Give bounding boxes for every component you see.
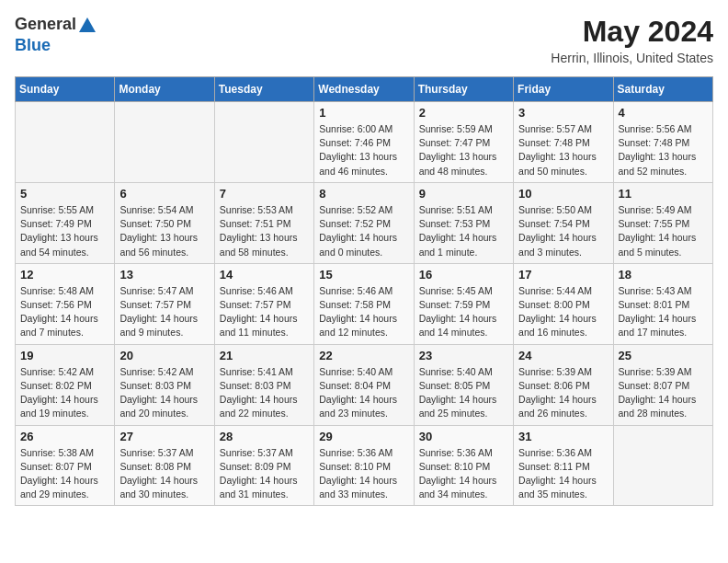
table-row: 4Sunrise: 5:56 AM Sunset: 7:48 PM Daylig… — [613, 102, 712, 183]
day-number: 31 — [518, 430, 608, 443]
day-info: Sunrise: 5:59 AM Sunset: 7:47 PM Dayligh… — [419, 122, 508, 178]
day-number: 17 — [518, 268, 608, 282]
day-info: Sunrise: 5:36 AM Sunset: 8:10 PM Dayligh… — [419, 446, 508, 502]
table-row: 7Sunrise: 5:53 AM Sunset: 7:51 PM Daylig… — [214, 182, 313, 263]
table-row: 3Sunrise: 5:57 AM Sunset: 7:48 PM Daylig… — [514, 102, 613, 183]
day-info: Sunrise: 5:42 AM Sunset: 8:03 PM Dayligh… — [119, 365, 209, 421]
col-friday: Friday — [514, 77, 613, 102]
day-number: 26 — [20, 430, 109, 443]
day-info: Sunrise: 5:50 AM Sunset: 7:54 PM Dayligh… — [518, 203, 608, 259]
table-row: 1Sunrise: 6:00 AM Sunset: 7:46 PM Daylig… — [314, 102, 414, 183]
day-info: Sunrise: 5:37 AM Sunset: 8:09 PM Dayligh… — [220, 446, 309, 502]
table-row: 17Sunrise: 5:44 AM Sunset: 8:00 PM Dayli… — [514, 263, 613, 344]
calendar-week-row: 26Sunrise: 5:38 AM Sunset: 8:07 PM Dayli… — [16, 425, 713, 506]
month-year: May 2024 — [551, 15, 713, 49]
calendar-week-row: 5Sunrise: 5:55 AM Sunset: 7:49 PM Daylig… — [16, 182, 713, 263]
table-row: 30Sunrise: 5:36 AM Sunset: 8:10 PM Dayli… — [414, 425, 513, 506]
col-thursday: Thursday — [414, 77, 513, 102]
day-number: 15 — [319, 268, 408, 282]
table-row — [16, 102, 115, 183]
day-info: Sunrise: 5:41 AM Sunset: 8:03 PM Dayligh… — [220, 365, 309, 421]
day-info: Sunrise: 5:47 AM Sunset: 7:57 PM Dayligh… — [119, 284, 209, 340]
logo: General Blue — [15, 15, 98, 55]
logo-text: General Blue — [15, 15, 98, 55]
day-info: Sunrise: 5:38 AM Sunset: 8:07 PM Dayligh… — [20, 446, 109, 502]
table-row: 23Sunrise: 5:40 AM Sunset: 8:05 PM Dayli… — [414, 344, 513, 425]
table-row — [214, 102, 313, 183]
day-info: Sunrise: 5:44 AM Sunset: 8:00 PM Dayligh… — [518, 284, 608, 340]
col-wednesday: Wednesday — [314, 77, 414, 102]
logo-icon — [77, 16, 97, 36]
day-number: 16 — [419, 268, 508, 282]
day-info: Sunrise: 5:40 AM Sunset: 8:05 PM Dayligh… — [419, 365, 508, 421]
table-row: 13Sunrise: 5:47 AM Sunset: 7:57 PM Dayli… — [115, 263, 214, 344]
day-number: 9 — [419, 187, 508, 201]
day-info: Sunrise: 5:56 AM Sunset: 7:48 PM Dayligh… — [619, 122, 708, 178]
day-number: 8 — [319, 187, 408, 201]
day-number: 12 — [20, 268, 109, 282]
day-info: Sunrise: 5:45 AM Sunset: 7:59 PM Dayligh… — [419, 284, 508, 340]
day-info: Sunrise: 5:39 AM Sunset: 8:06 PM Dayligh… — [518, 365, 608, 421]
table-row: 27Sunrise: 5:37 AM Sunset: 8:08 PM Dayli… — [115, 425, 214, 506]
day-number: 28 — [220, 430, 309, 443]
day-info: Sunrise: 5:37 AM Sunset: 8:08 PM Dayligh… — [119, 446, 209, 502]
day-number: 14 — [220, 268, 309, 282]
day-info: Sunrise: 5:40 AM Sunset: 8:04 PM Dayligh… — [319, 365, 408, 421]
calendar-week-row: 19Sunrise: 5:42 AM Sunset: 8:02 PM Dayli… — [16, 344, 713, 425]
day-number: 5 — [20, 187, 109, 201]
title-block: May 2024 Herrin, Illinois, United States — [551, 15, 713, 65]
day-info: Sunrise: 5:39 AM Sunset: 8:07 PM Dayligh… — [619, 365, 708, 421]
table-row: 12Sunrise: 5:48 AM Sunset: 7:56 PM Dayli… — [16, 263, 115, 344]
day-info: Sunrise: 5:51 AM Sunset: 7:53 PM Dayligh… — [419, 203, 508, 259]
day-number: 7 — [220, 187, 309, 201]
table-row: 15Sunrise: 5:46 AM Sunset: 7:58 PM Dayli… — [314, 263, 414, 344]
col-monday: Monday — [115, 77, 214, 102]
table-row: 26Sunrise: 5:38 AM Sunset: 8:07 PM Dayli… — [16, 425, 115, 506]
day-info: Sunrise: 5:49 AM Sunset: 7:55 PM Dayligh… — [619, 203, 708, 259]
table-row: 14Sunrise: 5:46 AM Sunset: 7:57 PM Dayli… — [214, 263, 313, 344]
table-row: 25Sunrise: 5:39 AM Sunset: 8:07 PM Dayli… — [613, 344, 712, 425]
day-number: 24 — [518, 349, 608, 362]
day-number: 11 — [619, 187, 708, 201]
calendar-table: Sunday Monday Tuesday Wednesday Thursday… — [15, 76, 713, 506]
day-number: 20 — [119, 349, 209, 362]
table-row: 24Sunrise: 5:39 AM Sunset: 8:06 PM Dayli… — [514, 344, 613, 425]
table-row: 9Sunrise: 5:51 AM Sunset: 7:53 PM Daylig… — [414, 182, 513, 263]
table-row: 22Sunrise: 5:40 AM Sunset: 8:04 PM Dayli… — [314, 344, 414, 425]
table-row: 20Sunrise: 5:42 AM Sunset: 8:03 PM Dayli… — [115, 344, 214, 425]
day-number: 22 — [319, 349, 408, 362]
col-sunday: Sunday — [16, 77, 115, 102]
day-info: Sunrise: 5:36 AM Sunset: 8:10 PM Dayligh… — [319, 446, 408, 502]
table-row — [613, 425, 712, 506]
day-info: Sunrise: 5:57 AM Sunset: 7:48 PM Dayligh… — [518, 122, 608, 178]
day-number: 3 — [518, 106, 608, 120]
day-info: Sunrise: 5:42 AM Sunset: 8:02 PM Dayligh… — [20, 365, 109, 421]
col-tuesday: Tuesday — [214, 77, 313, 102]
table-row: 21Sunrise: 5:41 AM Sunset: 8:03 PM Dayli… — [214, 344, 313, 425]
table-row: 8Sunrise: 5:52 AM Sunset: 7:52 PM Daylig… — [314, 182, 414, 263]
table-row: 29Sunrise: 5:36 AM Sunset: 8:10 PM Dayli… — [314, 425, 414, 506]
day-number: 23 — [419, 349, 508, 362]
day-number: 18 — [619, 268, 708, 282]
day-number: 2 — [419, 106, 508, 120]
table-row: 11Sunrise: 5:49 AM Sunset: 7:55 PM Dayli… — [613, 182, 712, 263]
table-row: 19Sunrise: 5:42 AM Sunset: 8:02 PM Dayli… — [16, 344, 115, 425]
calendar-header-row: Sunday Monday Tuesday Wednesday Thursday… — [16, 77, 713, 102]
table-row — [115, 102, 214, 183]
day-info: Sunrise: 5:48 AM Sunset: 7:56 PM Dayligh… — [20, 284, 109, 340]
table-row: 2Sunrise: 5:59 AM Sunset: 7:47 PM Daylig… — [414, 102, 513, 183]
table-row: 31Sunrise: 5:36 AM Sunset: 8:11 PM Dayli… — [514, 425, 613, 506]
table-row: 16Sunrise: 5:45 AM Sunset: 7:59 PM Dayli… — [414, 263, 513, 344]
calendar-week-row: 12Sunrise: 5:48 AM Sunset: 7:56 PM Dayli… — [16, 263, 713, 344]
day-number: 27 — [119, 430, 209, 443]
page-header: General Blue May 2024 Herrin, Illinois, … — [15, 15, 713, 65]
table-row: 6Sunrise: 5:54 AM Sunset: 7:50 PM Daylig… — [115, 182, 214, 263]
col-saturday: Saturday — [613, 77, 712, 102]
day-info: Sunrise: 5:55 AM Sunset: 7:49 PM Dayligh… — [20, 203, 109, 259]
day-number: 1 — [319, 106, 408, 120]
table-row: 28Sunrise: 5:37 AM Sunset: 8:09 PM Dayli… — [214, 425, 313, 506]
day-info: Sunrise: 5:43 AM Sunset: 8:01 PM Dayligh… — [619, 284, 708, 340]
day-info: Sunrise: 5:54 AM Sunset: 7:50 PM Dayligh… — [119, 203, 209, 259]
table-row: 5Sunrise: 5:55 AM Sunset: 7:49 PM Daylig… — [16, 182, 115, 263]
day-number: 19 — [20, 349, 109, 362]
